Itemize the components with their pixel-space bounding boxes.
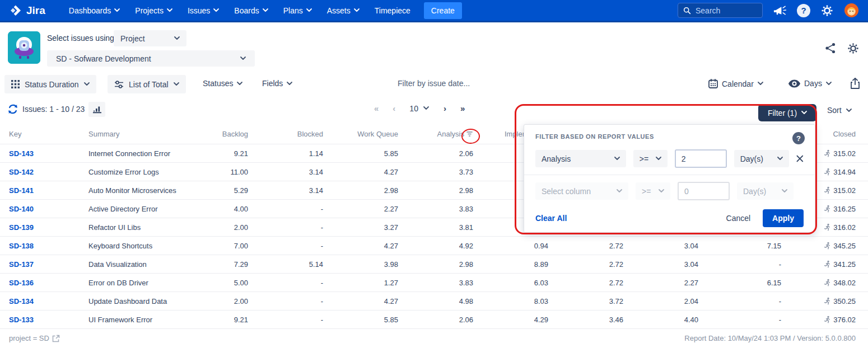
closed-value: 314.94 xyxy=(833,168,856,176)
nav-item-projects[interactable]: Projects xyxy=(135,6,172,15)
sliders-icon xyxy=(114,81,124,88)
col-header-key[interactable]: Key xyxy=(9,130,88,138)
runner-icon xyxy=(823,279,832,287)
duration-cell: 7.29 xyxy=(200,260,248,269)
megaphone-icon[interactable] xyxy=(773,4,786,17)
issue-key-link[interactable]: SD-142 xyxy=(9,168,88,176)
col-header-work-queue[interactable]: Work Queue xyxy=(323,130,398,138)
nav-item-plans[interactable]: Plans xyxy=(283,6,312,15)
issue-key-link[interactable]: SD-133 xyxy=(9,316,88,324)
last-page-button[interactable]: » xyxy=(460,104,464,113)
chevron-down-icon xyxy=(174,82,179,86)
duration-cell: 4.92 xyxy=(398,242,473,250)
closed-cell: 376.02 xyxy=(781,316,856,324)
filter-column-dropdown[interactable]: Analysis xyxy=(535,150,626,167)
chart-view-button[interactable] xyxy=(88,102,105,117)
filter-value-input-2[interactable] xyxy=(678,182,730,200)
units-dropdown[interactable]: Days xyxy=(788,79,832,88)
popup-help-icon[interactable]: ? xyxy=(792,132,805,144)
issue-summary: UI Framework Error xyxy=(88,316,200,324)
closed-value: 315.02 xyxy=(833,149,856,158)
settings-gear-icon[interactable] xyxy=(847,43,859,54)
filter-row-2: Select column >= Day(s) xyxy=(535,182,804,200)
fields-dropdown[interactable]: Fields xyxy=(262,79,292,88)
search-box[interactable] xyxy=(678,3,763,18)
help-icon[interactable]: ? xyxy=(797,4,810,17)
issue-key-link[interactable]: SD-134 xyxy=(9,297,88,305)
nav-item-issues[interactable]: Issues xyxy=(188,6,219,15)
col-header-backlog[interactable]: Backlog xyxy=(200,130,248,138)
gear-icon[interactable] xyxy=(821,4,833,17)
refresh-icon[interactable] xyxy=(7,104,18,115)
bar-chart-icon xyxy=(92,105,102,114)
duration-cell: 1.27 xyxy=(323,279,398,287)
nav-item-timepiece[interactable]: Timepiece xyxy=(375,6,410,15)
issues-count: Issues: 1 - 10 / 23 xyxy=(22,105,85,114)
duration-cell: 4.98 xyxy=(398,297,473,305)
search-input[interactable] xyxy=(696,6,757,15)
apply-button[interactable]: Apply xyxy=(763,209,804,227)
analysis-header-label: Analysis xyxy=(437,130,464,138)
col-header-analysis[interactable]: Analysis xyxy=(398,130,473,138)
filter-column-dropdown-2[interactable]: Select column xyxy=(535,182,628,200)
issue-key-link[interactable]: SD-139 xyxy=(9,223,88,232)
duration-cell: 2.27 xyxy=(323,205,398,213)
duration-cell: 2.98 xyxy=(323,186,398,195)
sort-dropdown[interactable]: Sort xyxy=(827,106,852,115)
issue-source-dropdown[interactable]: Project xyxy=(114,30,186,46)
issue-key-link[interactable]: SD-137 xyxy=(9,260,88,269)
remove-filter-icon[interactable] xyxy=(796,155,804,162)
clear-all-link[interactable]: Clear All xyxy=(535,214,567,223)
report-type-dropdown[interactable]: Status Duration xyxy=(4,75,96,93)
duration-cell: 3.98 xyxy=(323,260,398,269)
issue-key-link[interactable]: SD-136 xyxy=(9,279,88,287)
prev-page-button[interactable]: ‹ xyxy=(393,104,395,113)
issue-key-link[interactable]: SD-141 xyxy=(9,186,88,195)
col-header-summary[interactable]: Summary xyxy=(88,130,200,138)
issue-date-filter-input[interactable]: Filter by issue date... xyxy=(398,79,470,88)
calendar-dropdown[interactable]: Calendar xyxy=(708,79,763,88)
issue-key-link[interactable]: SD-140 xyxy=(9,205,88,213)
duration-cell: - xyxy=(698,260,781,269)
export-icon[interactable] xyxy=(850,78,860,89)
grid-icon xyxy=(11,80,20,88)
issue-summary: Keyboard Shortcuts xyxy=(88,242,200,250)
share-icon[interactable] xyxy=(825,43,836,54)
duration-cell: 2.72 xyxy=(548,260,623,269)
nav-item-dashboards[interactable]: Dashboards xyxy=(69,6,120,15)
runner-icon xyxy=(823,168,832,176)
filter-unit-dropdown-2[interactable]: Day(s) xyxy=(737,182,794,200)
duration-cell: - xyxy=(248,205,323,213)
nav-item-boards[interactable]: Boards xyxy=(234,6,268,15)
issue-key-link[interactable]: SD-138 xyxy=(9,242,88,250)
filter-unit-value-2: Day(s) xyxy=(743,187,766,196)
jql-query[interactable]: project = SD xyxy=(9,334,60,342)
table-row: SD-138Keyboard Shortcuts7.00-4.274.920.9… xyxy=(0,237,868,255)
first-page-button[interactable]: « xyxy=(374,104,378,113)
issue-key-link[interactable]: SD-143 xyxy=(9,149,88,158)
duration-cell: 2.27 xyxy=(623,279,698,287)
issue-summary: Internet Connection Error xyxy=(88,149,200,158)
filter-button[interactable]: Filter (1) xyxy=(758,104,816,121)
jira-logo[interactable]: Jira xyxy=(9,4,45,17)
project-dropdown[interactable]: SD - Sofware Development xyxy=(47,50,255,67)
create-button[interactable]: Create xyxy=(424,2,462,19)
avatar[interactable] xyxy=(844,3,859,18)
cancel-button[interactable]: Cancel xyxy=(726,214,751,223)
statuses-dropdown[interactable]: Statuses xyxy=(203,79,242,88)
column-filter-icon[interactable] xyxy=(466,130,473,138)
nav-item-assets[interactable]: Assets xyxy=(327,6,360,15)
next-page-button[interactable]: › xyxy=(444,104,446,113)
nav-item-label: Boards xyxy=(234,6,259,15)
duration-cell: 3.27 xyxy=(323,223,398,232)
col-header-blocked[interactable]: Blocked xyxy=(248,130,323,138)
duration-cell: 6.03 xyxy=(473,279,548,287)
filter-value-input[interactable] xyxy=(675,149,727,168)
filter-operator-dropdown-2[interactable]: >= xyxy=(636,182,670,200)
chevron-down-icon xyxy=(263,8,268,12)
view-mode-dropdown[interactable]: List of Total xyxy=(108,75,186,93)
page-size-dropdown[interactable]: 10 xyxy=(409,104,429,113)
filter-unit-dropdown[interactable]: Day(s) xyxy=(734,150,790,167)
pagination: « ‹ 10 › » xyxy=(374,104,464,113)
filter-operator-dropdown[interactable]: >= xyxy=(633,150,668,167)
